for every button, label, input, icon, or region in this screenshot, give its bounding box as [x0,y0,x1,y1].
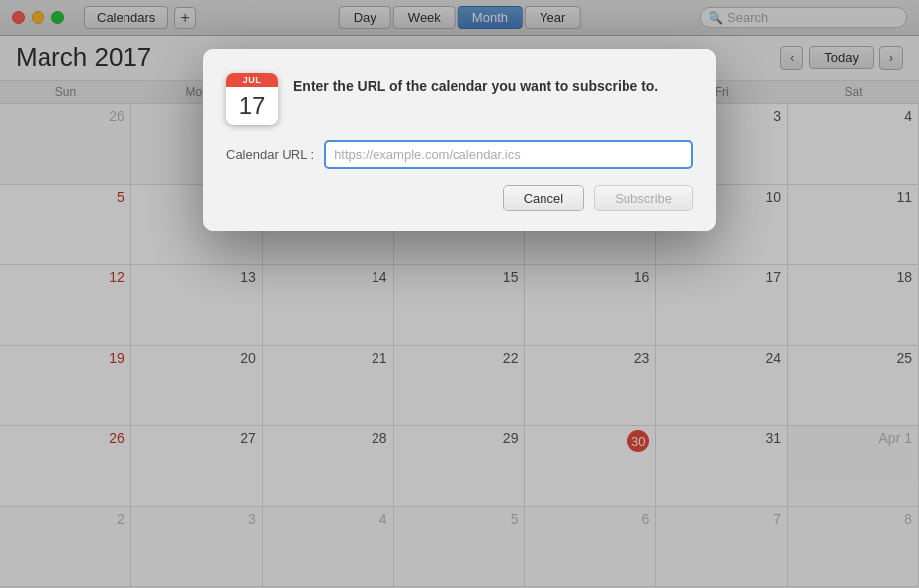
modal-title: Enter the URL of the calendar you want t… [293,73,658,97]
url-input[interactable] [324,140,693,169]
modal-url-row: Calendar URL : [226,140,693,169]
subscribe-modal: JUL 17 Enter the URL of the calendar you… [203,49,716,231]
modal-overlay: JUL 17 Enter the URL of the calendar you… [0,0,919,588]
cal-icon-month: JUL [226,73,278,87]
modal-buttons: Cancel Subscribe [226,185,693,211]
cancel-button[interactable]: Cancel [503,185,584,211]
cal-icon-day: 17 [226,87,278,125]
subscribe-button[interactable]: Subscribe [594,185,693,211]
url-label: Calendar URL : [226,147,314,162]
calendar-icon: JUL 17 [226,73,278,125]
modal-header: JUL 17 Enter the URL of the calendar you… [226,73,693,125]
